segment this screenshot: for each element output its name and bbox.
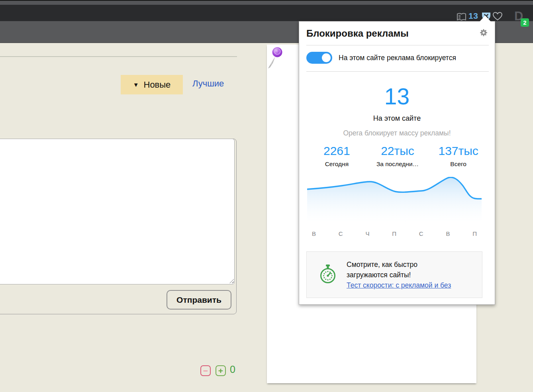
sort-tab-new-label: Новые: [144, 80, 171, 90]
popup-title: Блокировка рекламы: [306, 28, 409, 39]
popup-arrow-notch: [480, 16, 491, 22]
pushpin-icon: [266, 45, 285, 72]
speed-test-text: Смотрите, как быстро загружаются сайты! …: [347, 259, 451, 290]
day-label: Ч: [365, 230, 369, 237]
popup-divider: [306, 71, 489, 72]
blocked-ads-area-chart: [307, 177, 482, 227]
blocked-on-site-count: 13: [299, 83, 495, 110]
toggle-knob: [322, 53, 331, 62]
stat-last-period-value: 22тыс: [367, 144, 428, 158]
adblock-popup: Блокировка рекламы На этом сайте реклама…: [299, 21, 495, 305]
stats-row: 2261 Сегодня 22тыс За последни… 137тыс В…: [306, 144, 489, 168]
stat-total: 137тыс Всего: [428, 144, 489, 168]
day-label: В: [312, 230, 316, 237]
vote-score: 0: [230, 364, 235, 375]
comment-textarea[interactable]: [0, 139, 235, 284]
sort-tab-new[interactable]: ▼ Новые: [121, 75, 183, 94]
blocked-ads-toolbar-count: 13: [468, 11, 478, 21]
stopwatch-icon: [318, 264, 338, 286]
adblock-toggle[interactable]: [306, 52, 332, 64]
stat-today-value: 2261: [306, 144, 367, 158]
blocked-on-site-label: На этом сайте: [299, 114, 495, 123]
stat-last-period-label: За последни…: [367, 161, 428, 168]
page-header-divider: [0, 56, 237, 57]
popup-divider: [306, 45, 489, 45]
speed-text-line1: Смотрите, как быстро: [347, 261, 417, 269]
sort-tab-best[interactable]: Лучшие: [192, 78, 224, 89]
adblock-toggle-label: На этом сайте реклама блокируется: [339, 54, 456, 62]
stat-total-value: 137тыс: [428, 144, 489, 158]
day-label: П: [392, 230, 396, 237]
day-label: С: [419, 230, 423, 237]
reading-list-icon[interactable]: [456, 13, 467, 22]
browser-toolbar: 13 D 2: [0, 5, 533, 21]
vote-down-button[interactable]: −: [200, 365, 211, 376]
stat-today-label: Сегодня: [306, 161, 367, 168]
day-label: С: [339, 230, 343, 237]
speed-test-link[interactable]: Тест скорости: с рекламой и без: [347, 281, 451, 289]
stat-total-label: Всего: [428, 161, 489, 168]
day-label: П: [472, 230, 477, 237]
dropdown-arrow-icon: ▼: [133, 81, 139, 88]
day-label: В: [446, 230, 450, 237]
notification-badge: 2: [521, 18, 529, 27]
vote-up-button[interactable]: +: [216, 365, 226, 376]
window-title-bar: [0, 1, 533, 5]
speed-test-box: Смотрите, как быстро загружаются сайты! …: [306, 251, 482, 298]
gear-icon[interactable]: [479, 28, 488, 37]
stat-today: 2261 Сегодня: [306, 144, 367, 168]
stat-last-period: 22тыс За последни…: [367, 144, 428, 168]
submit-comment-button[interactable]: Отправить: [167, 290, 231, 310]
heart-bookmark-icon[interactable]: [492, 12, 503, 21]
adblock-toggle-row: На этом сайте реклама блокируется: [306, 52, 489, 64]
chart-day-labels: В С Ч П С В П: [307, 230, 482, 237]
speed-text-line2: загружаются сайты!: [347, 271, 411, 279]
popup-subtitle: Opera блокирует массу рекламы!: [299, 129, 495, 137]
